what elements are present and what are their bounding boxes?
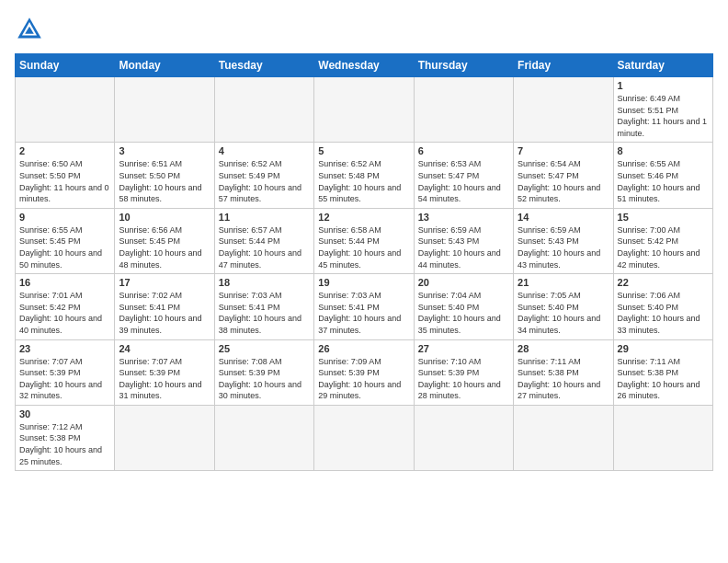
day-cell: 30Sunrise: 7:12 AMSunset: 5:38 PMDayligh… [16,405,115,470]
day-number: 17 [119,277,210,288]
day-cell: 28Sunrise: 7:11 AMSunset: 5:38 PMDayligh… [514,339,613,405]
day-cell: 14Sunrise: 6:59 AMSunset: 5:43 PMDayligh… [514,208,613,273]
weekday-monday: Monday [115,54,214,77]
day-number: 5 [318,145,409,156]
weekday-wednesday: Wednesday [314,54,414,77]
day-cell [214,77,313,143]
day-number: 19 [318,277,409,288]
day-number: 2 [19,145,110,156]
day-number: 20 [418,277,509,288]
page: SundayMondayTuesdayWednesdayThursdayFrid… [0,0,728,563]
day-info: Sunrise: 7:00 AMSunset: 5:42 PMDaylight:… [618,224,709,270]
week-row-1: 2Sunrise: 6:50 AMSunset: 5:50 PMDaylight… [16,143,713,208]
day-number: 26 [318,343,409,354]
day-info: Sunrise: 6:57 AMSunset: 5:44 PMDaylight:… [219,224,310,270]
day-number: 10 [119,212,210,223]
day-cell: 15Sunrise: 7:00 AMSunset: 5:42 PMDayligh… [613,208,712,273]
day-number: 4 [219,145,310,156]
day-info: Sunrise: 7:12 AMSunset: 5:38 PMDaylight:… [19,421,110,467]
day-info: Sunrise: 6:59 AMSunset: 5:43 PMDaylight:… [518,224,609,270]
day-cell [514,405,613,470]
day-info: Sunrise: 7:05 AMSunset: 5:40 PMDaylight:… [518,290,609,336]
day-number: 13 [418,212,509,223]
day-number: 15 [618,212,709,223]
day-cell: 16Sunrise: 7:01 AMSunset: 5:42 PMDayligh… [16,274,115,339]
day-info: Sunrise: 6:56 AMSunset: 5:45 PMDaylight:… [119,224,210,270]
weekday-thursday: Thursday [414,54,513,77]
day-cell: 13Sunrise: 6:59 AMSunset: 5:43 PMDayligh… [414,208,513,273]
day-info: Sunrise: 6:54 AMSunset: 5:47 PMDaylight:… [518,158,609,204]
day-cell: 6Sunrise: 6:53 AMSunset: 5:47 PMDaylight… [414,143,513,208]
day-cell: 8Sunrise: 6:55 AMSunset: 5:46 PMDaylight… [613,143,712,208]
day-number: 11 [219,212,310,223]
day-cell [613,405,712,470]
day-info: Sunrise: 7:11 AMSunset: 5:38 PMDaylight:… [618,356,709,402]
day-info: Sunrise: 6:53 AMSunset: 5:47 PMDaylight:… [418,158,509,204]
day-info: Sunrise: 7:02 AMSunset: 5:41 PMDaylight:… [119,290,210,336]
day-cell: 24Sunrise: 7:07 AMSunset: 5:39 PMDayligh… [115,339,214,405]
day-cell: 18Sunrise: 7:03 AMSunset: 5:41 PMDayligh… [214,274,313,339]
day-info: Sunrise: 7:04 AMSunset: 5:40 PMDaylight:… [418,290,509,336]
day-info: Sunrise: 7:09 AMSunset: 5:39 PMDaylight:… [318,356,409,402]
day-number: 3 [119,145,210,156]
day-cell: 4Sunrise: 6:52 AMSunset: 5:49 PMDaylight… [214,143,313,208]
day-number: 16 [19,277,110,288]
day-number: 9 [19,212,110,223]
day-cell [314,405,414,470]
day-info: Sunrise: 7:03 AMSunset: 5:41 PMDaylight:… [318,290,409,336]
day-cell: 2Sunrise: 6:50 AMSunset: 5:50 PMDaylight… [16,143,115,208]
day-info: Sunrise: 7:07 AMSunset: 5:39 PMDaylight:… [19,356,110,402]
day-number: 25 [219,343,310,354]
day-cell: 7Sunrise: 6:54 AMSunset: 5:47 PMDaylight… [514,143,613,208]
header [15,15,713,44]
day-number: 23 [19,343,110,354]
day-cell: 12Sunrise: 6:58 AMSunset: 5:44 PMDayligh… [314,208,414,273]
day-cell: 9Sunrise: 6:55 AMSunset: 5:45 PMDaylight… [16,208,115,273]
day-info: Sunrise: 6:50 AMSunset: 5:50 PMDaylight:… [19,158,110,204]
week-row-4: 23Sunrise: 7:07 AMSunset: 5:39 PMDayligh… [16,339,713,405]
day-cell: 27Sunrise: 7:10 AMSunset: 5:39 PMDayligh… [414,339,513,405]
day-cell [414,77,513,143]
day-info: Sunrise: 6:52 AMSunset: 5:48 PMDaylight:… [318,158,409,204]
day-cell: 21Sunrise: 7:05 AMSunset: 5:40 PMDayligh… [514,274,613,339]
day-cell [514,77,613,143]
day-info: Sunrise: 6:55 AMSunset: 5:46 PMDaylight:… [618,158,709,204]
day-number: 28 [518,343,609,354]
day-info: Sunrise: 7:07 AMSunset: 5:39 PMDaylight:… [119,356,210,402]
day-info: Sunrise: 7:10 AMSunset: 5:39 PMDaylight:… [418,356,509,402]
day-info: Sunrise: 7:06 AMSunset: 5:40 PMDaylight:… [618,290,709,336]
day-number: 29 [618,343,709,354]
day-cell: 20Sunrise: 7:04 AMSunset: 5:40 PMDayligh… [414,274,513,339]
week-row-3: 16Sunrise: 7:01 AMSunset: 5:42 PMDayligh… [16,274,713,339]
day-cell: 11Sunrise: 6:57 AMSunset: 5:44 PMDayligh… [214,208,313,273]
day-cell: 23Sunrise: 7:07 AMSunset: 5:39 PMDayligh… [16,339,115,405]
calendar: SundayMondayTuesdayWednesdayThursdayFrid… [15,53,713,471]
day-cell: 17Sunrise: 7:02 AMSunset: 5:41 PMDayligh… [115,274,214,339]
day-number: 24 [119,343,210,354]
day-cell [314,77,414,143]
week-row-5: 30Sunrise: 7:12 AMSunset: 5:38 PMDayligh… [16,405,713,470]
week-row-0: 1Sunrise: 6:49 AMSunset: 5:51 PMDaylight… [16,77,713,143]
day-info: Sunrise: 6:59 AMSunset: 5:43 PMDaylight:… [418,224,509,270]
day-info: Sunrise: 7:08 AMSunset: 5:39 PMDaylight:… [219,356,310,402]
day-cell: 29Sunrise: 7:11 AMSunset: 5:38 PMDayligh… [613,339,712,405]
day-number: 30 [19,408,110,419]
day-cell: 1Sunrise: 6:49 AMSunset: 5:51 PMDaylight… [613,77,712,143]
day-cell: 10Sunrise: 6:56 AMSunset: 5:45 PMDayligh… [115,208,214,273]
day-info: Sunrise: 6:55 AMSunset: 5:45 PMDaylight:… [19,224,110,270]
weekday-sunday: Sunday [16,54,115,77]
day-cell: 3Sunrise: 6:51 AMSunset: 5:50 PMDaylight… [115,143,214,208]
day-cell: 5Sunrise: 6:52 AMSunset: 5:48 PMDaylight… [314,143,414,208]
day-info: Sunrise: 7:01 AMSunset: 5:42 PMDaylight:… [19,290,110,336]
day-number: 8 [618,145,709,156]
day-number: 1 [618,80,709,91]
day-info: Sunrise: 7:11 AMSunset: 5:38 PMDaylight:… [518,356,609,402]
day-cell [16,77,115,143]
day-cell: 25Sunrise: 7:08 AMSunset: 5:39 PMDayligh… [214,339,313,405]
day-cell: 26Sunrise: 7:09 AMSunset: 5:39 PMDayligh… [314,339,414,405]
logo-icon [15,15,44,44]
day-cell [115,77,214,143]
weekday-saturday: Saturday [613,54,712,77]
day-cell [214,405,313,470]
day-number: 22 [618,277,709,288]
